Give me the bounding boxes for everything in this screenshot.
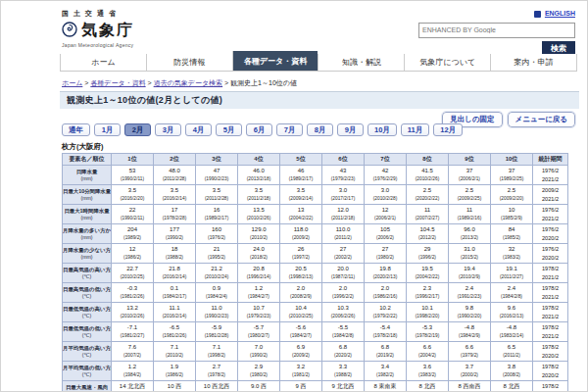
column-header: 4位 [238, 154, 280, 166]
breadcrumb-link[interactable]: ホーム [62, 79, 82, 86]
value-cell: -5.4(1978/2/18) [365, 322, 407, 342]
month-button-2月[interactable]: 2月 [124, 123, 151, 136]
table-row: 日最低気温の高い方から(℃)13.2(2010/2/26)11.1(2016/2… [63, 303, 568, 322]
breadcrumb-link[interactable]: 過去の気象データ検索 [154, 79, 223, 86]
english-link[interactable]: ENGLISH [545, 10, 575, 17]
month-button-通年[interactable]: 通年 [62, 123, 90, 136]
nav-item-各種データ・資料[interactable]: 各種データ・資料 [232, 51, 318, 71]
period-cell: 1978/22020/2 [533, 362, 568, 381]
value-cell: 8 西南西(1985/2/13) [449, 381, 491, 392]
month-button-3月[interactable]: 3月 [155, 123, 181, 136]
value-cell: 20.8(1996/2/14) [238, 264, 280, 283]
month-button-4月[interactable]: 4月 [185, 123, 212, 136]
column-header: 8位 [407, 154, 449, 166]
column-header: 1位 [112, 154, 154, 166]
value-cell: 53(1990/2/11) [112, 166, 154, 185]
site-search-box [418, 23, 575, 38]
month-button-11月[interactable]: 11月 [401, 123, 429, 136]
element-name-cell: 月平均気温の高い方から(℃) [63, 342, 112, 362]
value-cell: 21.2(2010/2/24) [196, 264, 238, 283]
value-cell: 104.5(2012/2) [407, 224, 449, 244]
main-nav: ホーム防災情報各種データ・資料知識・解説気象庁について案内・申請 [60, 54, 577, 72]
month-button-6月[interactable]: 6月 [246, 123, 272, 136]
value-cell: 11(2007/2/27) [407, 205, 449, 224]
value-cell: 2.7(1978/2) [196, 362, 238, 381]
jma-logo-icon [62, 22, 77, 41]
table-row: 日最大1時間降水量(mm)22(1990/2/11)17(1978/2/28)1… [63, 205, 568, 224]
value-cell: 160(1976/2) [196, 224, 238, 244]
column-header: 9位 [449, 154, 491, 166]
element-name-cell: 日最高気温の低い方から(℃) [63, 283, 112, 303]
value-cell: 37(2006/2/1) [449, 166, 491, 185]
breadcrumb-link[interactable]: 各種データ・資料 [90, 79, 145, 86]
value-cell: 3.5(2009/2/14) [280, 185, 322, 205]
period-cell: 1978/22021/2 [533, 303, 568, 322]
back-to-menu-button[interactable]: メニューに戻る [508, 112, 575, 127]
period-cell: 1976/22020/2 [533, 244, 568, 264]
month-button-10月[interactable]: 10月 [368, 123, 397, 136]
value-cell: -5.9(1981/2/28) [196, 322, 238, 342]
value-cell: 8 北西(1984/2/27) [491, 381, 533, 392]
value-cell: 43(1979/2/23) [322, 166, 365, 185]
month-button-12月[interactable]: 12月 [433, 123, 463, 136]
column-header: 10位 [491, 154, 533, 166]
period-cell: 1978/22021/2 [533, 381, 568, 392]
value-cell: 10 西(1983/2/18) [154, 381, 196, 392]
value-cell: 48.0(2011/2/28) [154, 166, 196, 185]
table-row: 日最高気温の高い方から(℃)22.7(2010/2/25)21.8(2016/2… [63, 264, 568, 283]
title-bar: 観測史上1～10位の値(2月としての値) [60, 91, 579, 109]
value-cell: 19.4(2010/2/9) [449, 264, 491, 283]
table-row: 月降水量の少ない方から(mm)12(1986/2)18(1988/2)21(19… [63, 244, 568, 264]
value-cell: 29(1996/2) [407, 244, 449, 264]
nav-item-気象庁について[interactable]: 気象庁について [404, 54, 490, 71]
nav-item-ホーム[interactable]: ホーム [60, 54, 146, 71]
value-cell: 7.1(1998/2) [196, 342, 238, 362]
value-cell: 11.1(2016/2/14) [154, 303, 196, 322]
month-button-1月[interactable]: 1月 [94, 123, 121, 136]
value-cell: -7.1(1981/2/27) [112, 322, 154, 342]
table-header-row: 要素名／順位1位2位3位4位5位6位7位8位9位10位統計期間 [63, 154, 568, 166]
value-cell: 20.0(1987/2/11) [322, 264, 365, 283]
value-cell: 19.1(2011/2/27) [491, 264, 533, 283]
month-button-9月[interactable]: 9月 [337, 123, 364, 136]
value-cell: 3.6(1983/2) [407, 362, 449, 381]
month-button-7月[interactable]: 7月 [276, 123, 303, 136]
value-cell: 10.7(1979/2/23) [238, 303, 280, 322]
value-cell: 6.8(2020/2) [322, 342, 365, 362]
value-cell: 7.0(1990/2) [238, 342, 280, 362]
nav-item-案内・申請[interactable]: 案内・申請 [490, 54, 577, 71]
table-row: 月降水量の多い方から(mm)204(1989/2)177(1990/2)160(… [63, 224, 568, 244]
period-cell: 1978/22021/2 [533, 322, 568, 342]
breadcrumb: ホーム > 各種データ・資料 > 過去の気象データ検索 > 観測史上1～10位の… [62, 78, 297, 88]
value-cell: -5.5(1984/2/8) [322, 322, 365, 342]
table-row: 月平均気温の低い方から(℃)1.2(1984/2)1.9(1986/2)2.7(… [63, 362, 568, 381]
value-cell: -5.3(1978/2/19) [407, 322, 449, 342]
value-cell: -0.3(1981/2/26) [112, 283, 154, 303]
value-cell: 3.0(2017/2/17) [322, 185, 365, 205]
nav-item-防災情報[interactable]: 防災情報 [146, 54, 232, 71]
value-cell: 41.5(2010/2/26) [407, 166, 449, 185]
column-header: 5位 [280, 154, 322, 166]
value-cell: 46(1989/2/17) [280, 166, 322, 185]
month-buttons: 通年1月2月3月4月5月6月7月8月9月10月11月12月 [62, 123, 463, 136]
element-name-cell: 日最高気温の高い方から(℃) [63, 264, 112, 283]
value-cell: 6.9(2009/2) [280, 342, 322, 362]
month-button-8月[interactable]: 8月 [307, 123, 333, 136]
value-cell: 105(2006/2) [365, 224, 407, 244]
value-cell: 9 西(1983/2/12) [280, 381, 322, 392]
value-cell: 2.5(2009/2/20) [491, 185, 533, 205]
value-cell: 0.9(1984/2/4) [196, 283, 238, 303]
page-title: 観測史上1～10位の値(2月としての値) [60, 94, 222, 107]
value-cell: 27(2002/2) [322, 244, 365, 264]
value-cell: 2.5(2009/2/25) [449, 185, 491, 205]
nav-item-知識・解説[interactable]: 知識・解説 [318, 54, 404, 71]
value-cell: 13(2004/2/22) [280, 205, 322, 224]
month-button-5月[interactable]: 5月 [216, 123, 242, 136]
english-flag-icon [534, 11, 541, 18]
value-cell: 2.9(1980/2) [238, 362, 280, 381]
search-input[interactable] [422, 26, 571, 33]
value-cell: 10.4(2010/2/25) [280, 303, 322, 322]
element-name-cell: 日最低気温の低い方から(℃) [63, 322, 112, 342]
value-cell: -4.8(1984/2/9) [449, 322, 491, 342]
value-cell: 32(1983/2) [491, 244, 533, 264]
